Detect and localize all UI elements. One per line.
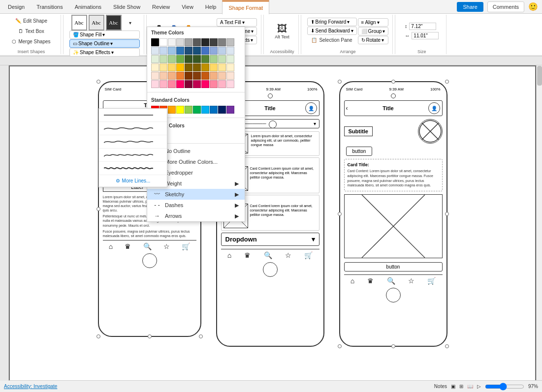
comments-button[interactable]: Comments <box>487 1 524 12</box>
tab-review[interactable]: Review <box>146 0 176 14</box>
nav3-home-icon[interactable]: ⌂ <box>351 277 354 285</box>
line-style-wavy2[interactable] <box>99 135 167 149</box>
arrows-item[interactable]: → Arrows ▶ <box>147 211 245 221</box>
alt-text-btn[interactable]: 🖼 Alt Text <box>272 21 292 41</box>
tab-animations[interactable]: Animations <box>69 0 107 14</box>
slide-area[interactable]: SIM Card 9:39 AM Title ●───── <box>10 66 535 381</box>
tab-transitions[interactable]: Transitions <box>31 0 68 14</box>
theme-color-cell[interactable] <box>159 63 167 71</box>
theme-color-cell[interactable] <box>210 63 218 71</box>
scrollbar-right[interactable] <box>536 65 542 381</box>
nav2-search-icon[interactable]: 🔍 <box>264 251 272 259</box>
phone1-home-btn[interactable] <box>142 253 157 268</box>
phone3-handle-mr[interactable] <box>445 212 449 216</box>
selection-handle-bm[interactable] <box>148 334 152 338</box>
theme-color-cell[interactable] <box>210 47 218 55</box>
standard-color-cell[interactable] <box>176 106 184 114</box>
theme-color-cell[interactable] <box>185 47 192 55</box>
theme-color-cell[interactable] <box>168 80 176 88</box>
share-button[interactable]: Share <box>457 2 483 12</box>
shape-outline-btn[interactable]: ▭ Shape Outline ▾ <box>69 39 140 48</box>
theme-color-cell[interactable] <box>193 55 201 63</box>
standard-color-cell[interactable] <box>218 106 226 114</box>
theme-color-cell[interactable] <box>226 47 234 55</box>
theme-color-cell[interactable] <box>210 55 218 63</box>
theme-color-cell[interactable] <box>218 47 226 55</box>
style-box-3[interactable]: Abc <box>106 15 122 30</box>
selection-handle-tl[interactable] <box>96 80 100 84</box>
shape-effects-arrow[interactable]: ▾ <box>111 50 114 55</box>
standard-color-cell[interactable] <box>210 106 218 114</box>
nav2-star-icon[interactable]: ☆ <box>285 251 291 259</box>
phone3-handle-tl[interactable] <box>338 80 342 84</box>
style-box-2[interactable]: Abc <box>89 15 104 30</box>
theme-color-cell[interactable] <box>176 63 184 71</box>
theme-color-cell[interactable] <box>226 72 234 80</box>
theme-color-cell[interactable] <box>218 55 226 63</box>
theme-color-cell[interactable] <box>176 55 184 63</box>
tab-view[interactable]: View <box>176 0 199 14</box>
theme-color-cell[interactable] <box>176 38 184 46</box>
line-style-wavy4[interactable] <box>99 162 167 175</box>
theme-color-cell[interactable] <box>201 55 209 63</box>
shape-fill-btn[interactable]: 🪣 Shape Fill ▾ <box>69 30 140 39</box>
standard-color-cell[interactable] <box>185 106 192 114</box>
theme-color-cell[interactable] <box>210 72 218 80</box>
theme-color-cell[interactable] <box>201 80 209 88</box>
text-box-btn[interactable]: 🗒 Text Box <box>9 27 53 36</box>
nav3-crown-icon[interactable]: ♛ <box>367 277 374 285</box>
selection-handle-bl[interactable] <box>96 334 100 338</box>
nav-cart-icon[interactable]: 🛒 <box>182 242 190 250</box>
theme-color-cell[interactable] <box>159 47 167 55</box>
theme-color-cell[interactable] <box>168 63 176 71</box>
group-btn[interactable]: ⬜ Group▾ <box>358 27 389 35</box>
theme-color-cell[interactable] <box>210 80 218 88</box>
phone3-home-btn[interactable] <box>386 288 401 302</box>
phone3-handle-bl[interactable] <box>338 344 342 348</box>
send-backward-btn[interactable]: ⬇ Send Backward▾ <box>307 27 357 35</box>
theme-color-cell[interactable] <box>193 80 201 88</box>
line-style-wavy3[interactable] <box>99 149 167 162</box>
tab-design[interactable]: Design <box>2 0 31 14</box>
shape-effects-btn[interactable]: ✨ Shape Effects ▾ <box>69 48 140 57</box>
theme-color-cell[interactable] <box>159 72 167 80</box>
width-input[interactable] <box>412 32 439 39</box>
theme-color-cell[interactable] <box>201 47 209 55</box>
nav2-crown-icon[interactable]: ♛ <box>244 251 251 259</box>
theme-color-cell[interactable] <box>159 55 167 63</box>
theme-color-cell[interactable] <box>159 80 167 88</box>
phone3-bottom-btn[interactable]: button <box>344 262 443 271</box>
phone2-bottom-dropdown[interactable]: Dropdown ▾ <box>221 233 319 246</box>
theme-color-cell[interactable] <box>151 63 159 71</box>
standard-color-cell[interactable] <box>168 106 176 114</box>
theme-color-cell[interactable] <box>201 72 209 80</box>
standard-color-cell[interactable] <box>201 106 209 114</box>
theme-color-cell[interactable] <box>193 72 201 80</box>
theme-color-cell[interactable] <box>226 63 234 71</box>
theme-color-cell[interactable] <box>218 80 226 88</box>
theme-color-cell[interactable] <box>176 47 184 55</box>
selection-handle-ml[interactable] <box>96 207 100 211</box>
selection-handle-br[interactable] <box>199 334 203 338</box>
theme-color-cell[interactable] <box>210 38 218 46</box>
shape-outline-arrow[interactable]: ▾ <box>110 41 113 46</box>
theme-color-cell[interactable] <box>218 38 226 46</box>
theme-color-cell[interactable] <box>151 72 159 80</box>
theme-color-cell[interactable] <box>185 63 192 71</box>
dashes-item[interactable]: - - Dashes ▶ <box>147 200 245 211</box>
theme-color-cell[interactable] <box>168 72 176 80</box>
theme-color-cell[interactable] <box>201 38 209 46</box>
theme-color-cell[interactable] <box>185 72 192 80</box>
more-styles-btn[interactable]: ▾ <box>123 19 138 27</box>
phone-3[interactable]: SIM Card 9:39 AM 100% ‹ Title 👤 Subtitle <box>339 81 447 347</box>
nav2-cart-icon[interactable]: 🛒 <box>304 251 313 259</box>
theme-color-cell[interactable] <box>185 55 192 63</box>
tab-help[interactable]: Help <box>199 0 223 14</box>
nav2-home-icon[interactable]: ⌂ <box>227 251 231 259</box>
theme-color-cell[interactable] <box>218 63 226 71</box>
theme-color-cell[interactable] <box>201 63 209 71</box>
nav3-star-icon[interactable]: ☆ <box>408 277 414 285</box>
line-style-wavy1[interactable] <box>99 122 167 135</box>
standard-color-cell[interactable] <box>226 106 234 114</box>
scrollbar-thumb[interactable] <box>537 66 542 86</box>
